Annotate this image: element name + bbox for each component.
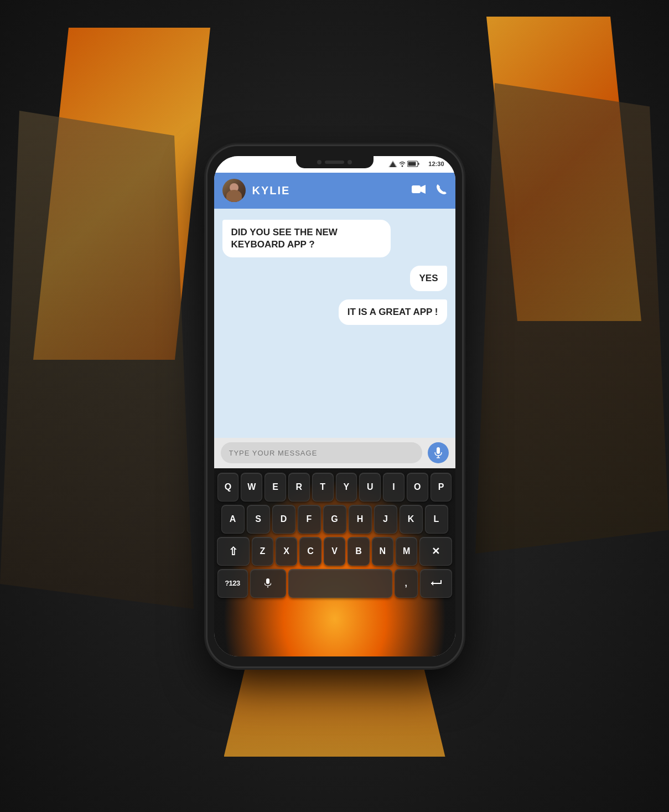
key-c[interactable]: C	[299, 537, 321, 566]
key-u[interactable]: U	[359, 473, 381, 501]
keyboard-row-3: ⇧ Z X C V B N M ✕	[217, 537, 452, 566]
key-o[interactable]: O	[407, 473, 428, 501]
svg-rect-8	[437, 447, 440, 454]
svg-rect-6	[412, 185, 421, 193]
key-backspace[interactable]: ✕	[419, 537, 452, 566]
notch	[296, 156, 374, 168]
key-w[interactable]: W	[241, 473, 262, 501]
key-x[interactable]: X	[276, 537, 297, 566]
keyboard-row-2: A S D F G H J K L	[217, 505, 452, 534]
svg-rect-11	[266, 578, 269, 584]
key-space[interactable]	[288, 569, 392, 598]
phone-call-icon[interactable]	[436, 184, 447, 198]
key-m[interactable]: M	[396, 537, 417, 566]
keyboard-row-1: Q W E R T Y U I O P	[217, 473, 452, 501]
key-s[interactable]: S	[247, 505, 270, 534]
key-mic[interactable]	[250, 569, 286, 598]
signal-icon	[388, 161, 397, 167]
keyboard-row-4: ?123 ,	[217, 569, 452, 598]
key-k[interactable]: K	[400, 505, 423, 534]
key-i[interactable]: I	[383, 473, 404, 501]
character-right	[475, 83, 669, 554]
chat-header: KYLIE	[214, 173, 455, 209]
key-e[interactable]: E	[265, 473, 286, 501]
phone-screen: 12:30 KYLIE	[214, 156, 455, 656]
chat-area: DID YOU SEE THE NEW KEYBOARD APP ? YES I…	[214, 209, 455, 468]
message-received-1: DID YOU SEE THE NEW KEYBOARD APP ?	[222, 220, 391, 257]
svg-marker-13	[431, 581, 433, 586]
message-input[interactable]	[221, 442, 422, 463]
message-sent-2: IT IS A GREAT APP !	[339, 299, 447, 325]
avatar	[222, 179, 246, 202]
status-time: 12:30	[428, 161, 444, 167]
key-d[interactable]: D	[272, 505, 295, 534]
status-icons	[388, 161, 419, 167]
key-v[interactable]: V	[324, 537, 345, 566]
sensor-dot	[348, 160, 352, 164]
key-enter[interactable]	[420, 569, 452, 598]
phone-frame: 12:30 KYLIE	[208, 146, 462, 666]
status-bar: 12:30	[214, 156, 455, 173]
speaker-slot	[325, 161, 344, 164]
video-call-icon[interactable]	[412, 184, 426, 197]
key-r[interactable]: R	[288, 473, 310, 501]
key-q[interactable]: Q	[217, 473, 239, 501]
mic-button[interactable]	[428, 442, 449, 463]
keyboard-keys: Q W E R T Y U I O P A S	[214, 468, 455, 656]
key-p[interactable]: P	[431, 473, 452, 501]
svg-rect-4	[418, 163, 419, 165]
key-j[interactable]: J	[374, 505, 397, 534]
wifi-icon	[399, 161, 406, 167]
contact-name: KYLIE	[252, 184, 405, 197]
key-comma[interactable]: ,	[395, 569, 418, 598]
key-z[interactable]: Z	[252, 537, 273, 566]
svg-marker-7	[421, 185, 426, 194]
key-n[interactable]: N	[372, 537, 393, 566]
key-f[interactable]: F	[298, 505, 321, 534]
header-icons	[412, 184, 447, 198]
key-l[interactable]: L	[425, 505, 448, 534]
svg-rect-5	[408, 162, 416, 165]
battery-icon	[407, 161, 419, 167]
character-left	[0, 111, 194, 609]
key-t[interactable]: T	[312, 473, 334, 501]
key-a[interactable]: A	[221, 505, 245, 534]
camera-dot	[317, 160, 321, 164]
svg-point-2	[401, 165, 403, 167]
message-sent-1: YES	[410, 266, 447, 291]
key-g[interactable]: G	[323, 505, 346, 534]
key-b[interactable]: B	[348, 537, 369, 566]
key-symbols[interactable]: ?123	[217, 569, 248, 598]
key-shift[interactable]: ⇧	[217, 537, 249, 566]
keyboard: Q W E R T Y U I O P A S	[214, 468, 455, 656]
input-bar	[214, 438, 455, 468]
key-h[interactable]: H	[349, 505, 372, 534]
key-y[interactable]: Y	[336, 473, 357, 501]
phone-wrapper: 12:30 KYLIE	[208, 146, 462, 666]
